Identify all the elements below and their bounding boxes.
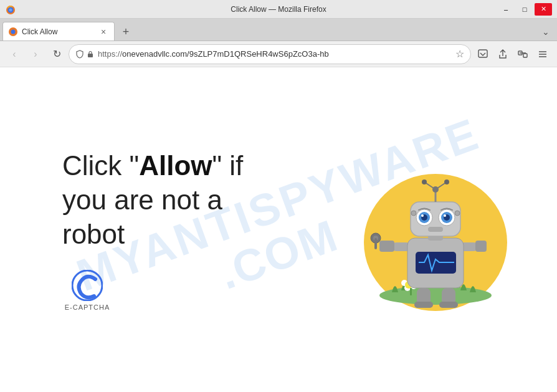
pocket-button[interactable] xyxy=(474,45,492,64)
lock-icon xyxy=(87,50,94,58)
pocket-icon xyxy=(477,49,488,60)
page-content: MYANTISPYWARE .COM Click "Allow" if you … xyxy=(0,67,557,392)
active-tab[interactable]: Click Allow × xyxy=(2,22,115,41)
svg-point-41 xyxy=(422,179,427,184)
bookmark-star-icon[interactable]: ☆ xyxy=(455,48,464,60)
svg-rect-25 xyxy=(374,238,377,249)
toolbar-icons xyxy=(474,45,552,64)
address-bar[interactable]: https://onevenadvllc.com/9sZLP7mD1QRSeHR… xyxy=(69,44,471,64)
svg-point-49 xyxy=(444,214,446,217)
main-area: Click "Allow" if you are not a robot E-C… xyxy=(0,146,557,314)
svg-rect-50 xyxy=(428,227,443,232)
headline-line3: robot xyxy=(62,219,125,249)
address-icons-left xyxy=(75,50,94,59)
titlebar-title: Click Allow — Mozilla Firefox xyxy=(231,5,326,14)
svg-rect-8 xyxy=(523,54,527,57)
headline: Click "Allow" if you are not a robot xyxy=(62,148,351,251)
svg-rect-20 xyxy=(410,288,412,295)
robot-section xyxy=(351,146,520,314)
url-domain: onevenadvllc.com xyxy=(122,49,187,59)
headline-after: " if xyxy=(212,150,244,181)
titlebar-controls: – □ ✕ xyxy=(497,3,552,16)
robot-illustration xyxy=(355,146,517,314)
titlebar-left xyxy=(5,4,16,15)
firefox-icon xyxy=(5,4,16,15)
ecaptcha: E-CAPTCHA xyxy=(62,270,112,311)
headline-bold: Allow xyxy=(139,150,212,181)
ecaptcha-logo xyxy=(72,270,103,301)
svg-point-4 xyxy=(11,29,16,34)
tab-label: Click Allow xyxy=(22,27,94,36)
reload-button[interactable]: ↻ xyxy=(47,45,66,64)
svg-rect-6 xyxy=(478,50,487,57)
more-tools-button[interactable] xyxy=(513,45,532,64)
share-icon xyxy=(497,49,508,60)
back-button[interactable]: ‹ xyxy=(5,45,24,64)
minimize-button[interactable]: – xyxy=(497,3,515,16)
shield-icon xyxy=(75,50,84,59)
forward-button[interactable]: › xyxy=(26,45,45,64)
tabs-menu-button[interactable]: ⌄ xyxy=(537,23,555,41)
text-section: Click "Allow" if you are not a robot E-C… xyxy=(62,148,351,311)
svg-rect-32 xyxy=(414,302,433,308)
svg-rect-22 xyxy=(379,241,394,252)
tabbar: Click Allow × + ⌄ xyxy=(0,19,557,41)
svg-point-2 xyxy=(9,8,12,11)
address-url: https://onevenadvllc.com/9sZLP7mD1QRSeHR… xyxy=(98,49,452,59)
svg-point-39 xyxy=(444,179,449,184)
svg-point-51 xyxy=(411,211,416,216)
titlebar: Click Allow — Mozilla Firefox – □ ✕ xyxy=(0,0,557,19)
url-protocol: https:// xyxy=(98,49,122,59)
tab-favicon xyxy=(8,27,18,37)
ecaptcha-label: E-CAPTCHA xyxy=(65,304,110,311)
maximize-button[interactable]: □ xyxy=(516,3,533,16)
tab-close-button[interactable]: × xyxy=(98,26,109,37)
menu-icon xyxy=(537,49,548,60)
svg-point-52 xyxy=(455,211,460,216)
svg-rect-5 xyxy=(88,54,93,57)
close-button[interactable]: ✕ xyxy=(535,3,552,16)
svg-point-45 xyxy=(421,214,424,217)
navbar: ‹ › ↻ https://onevenadvllc.com/9sZLP7mD1… xyxy=(0,41,557,67)
share-button[interactable] xyxy=(493,45,512,64)
url-path: /9sZLP7mD1QRSeHR4wS6pZcO3a-hb xyxy=(187,49,329,59)
headline-line2: you are not a xyxy=(62,184,222,215)
svg-rect-27 xyxy=(475,241,487,252)
address-icons-right: ☆ xyxy=(455,48,464,60)
svg-rect-33 xyxy=(439,302,458,308)
headline-before: Click " xyxy=(62,150,139,181)
more-tools-icon xyxy=(517,49,528,60)
menu-button[interactable] xyxy=(533,45,552,64)
new-tab-button[interactable]: + xyxy=(117,23,135,41)
